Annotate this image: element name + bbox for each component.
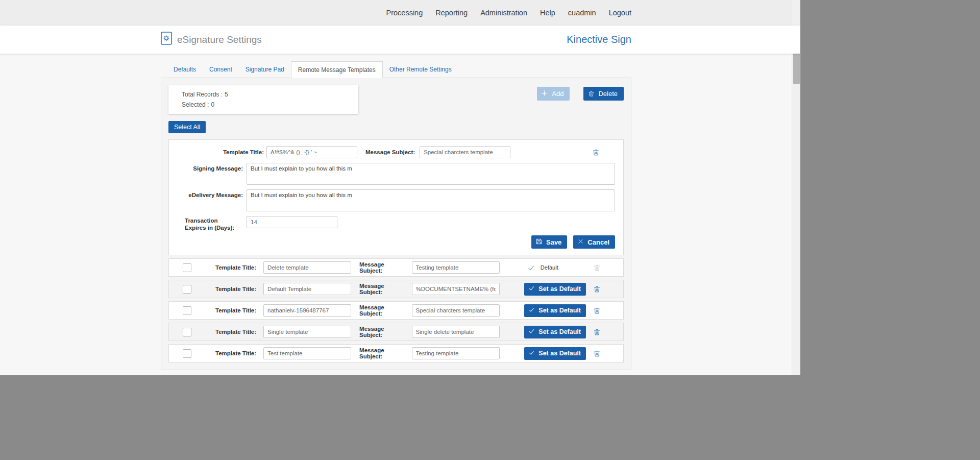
template-title-input[interactable] (266, 146, 357, 158)
row-action-area: Default Set as Default (500, 283, 586, 296)
template-title-label: Template Title: (191, 264, 256, 271)
top-navigation-items: ProcessingReportingAdministrationHelpcua… (161, 0, 631, 26)
row-checkbox[interactable] (183, 285, 191, 294)
brand-name: Kinective Sign (567, 34, 631, 45)
records-summary: Total Records : 5 Selected : 0 (168, 85, 358, 114)
check-icon (528, 328, 535, 336)
nav-item[interactable]: Administration (480, 9, 527, 17)
row-action-area: Default Set as Default (500, 347, 586, 360)
tab[interactable]: Remote Message Templates (291, 61, 383, 78)
delete-row-icon[interactable] (593, 306, 601, 315)
message-subject-input[interactable] (412, 304, 500, 317)
template-title-label: Template Title: (191, 307, 256, 313)
set-as-default-button[interactable]: Set as Default (524, 304, 586, 317)
template-title-input[interactable] (263, 304, 351, 317)
set-as-default-label: Set as Default (538, 285, 581, 293)
template-title-label: Template Title: (191, 329, 256, 335)
top-navigation: ProcessingReportingAdministrationHelpcua… (0, 0, 800, 26)
message-subject-label: Message Subject: (359, 304, 407, 317)
nav-item[interactable]: Help (540, 9, 555, 17)
check-icon (528, 306, 535, 314)
main-content: DefaultsConsentSignature PadRemote Messa… (0, 54, 800, 370)
browser-viewport: ProcessingReportingAdministrationHelpcua… (0, 0, 800, 375)
tab[interactable]: Consent (203, 61, 239, 78)
add-button-label: Add (552, 90, 564, 98)
set-as-default-label: Set as Default (538, 350, 581, 357)
message-subject-label: Message Subject: (359, 347, 407, 359)
row-checkbox[interactable] (183, 306, 191, 315)
page-title: eSignature Settings (177, 34, 262, 45)
message-subject-input[interactable] (412, 261, 500, 274)
cancel-button-label: Cancel (587, 238, 609, 246)
tab[interactable]: Other Remote Settings (383, 61, 458, 78)
default-label: Default (541, 264, 558, 271)
template-title-label: Template Title: (177, 149, 264, 155)
message-subject-label: Message Subject: (359, 261, 407, 274)
save-button[interactable]: Save (531, 235, 567, 249)
nav-item[interactable]: Processing (386, 9, 423, 17)
table-row: Template Title: Message Subject: Default (168, 280, 624, 298)
set-as-default-button[interactable]: Set as Default (524, 326, 586, 338)
trash-icon (588, 90, 595, 98)
delete-template-icon[interactable] (592, 148, 600, 157)
delete-button-label: Delete (598, 90, 618, 98)
delete-button[interactable]: Delete (583, 87, 624, 101)
table-row: Template Title: Message Subject: Default (168, 344, 624, 362)
set-as-default-button[interactable]: Set as Default (524, 283, 586, 296)
signing-message-label: Signing Message: (177, 163, 243, 172)
close-icon (577, 238, 584, 246)
page-title-group: eSignature Settings (161, 32, 262, 47)
select-all-label: Select All (174, 124, 200, 131)
edelivery-message-label: eDelivery Message: (177, 189, 243, 198)
total-records-value: 5 (225, 89, 228, 100)
table-row: Template Title: Message Subject: Default (168, 323, 624, 341)
row-checkbox[interactable] (183, 263, 191, 272)
delete-row-icon[interactable] (593, 263, 601, 272)
template-editor: Template Title: Message Subject: Signing… (168, 139, 624, 255)
vertical-scrollbar[interactable] (792, 0, 800, 375)
nav-item[interactable]: Reporting (435, 9, 468, 17)
message-subject-input[interactable] (412, 283, 500, 295)
select-all-button[interactable]: Select All (168, 121, 206, 133)
page-header: eSignature Settings Kinective Sign (0, 26, 800, 54)
table-row: Template Title: Message Subject: Default (168, 258, 624, 277)
templates-panel: Total Records : 5 Selected : 0 (161, 78, 631, 370)
template-title-input[interactable] (263, 283, 351, 295)
edelivery-message-textarea[interactable]: But I must explain to you how all this m (247, 189, 615, 211)
message-subject-label: Message Subject: (359, 326, 407, 338)
default-indicator: Default (527, 264, 558, 272)
check-icon (528, 285, 535, 293)
delete-row-icon[interactable] (593, 349, 601, 358)
template-title-label: Template Title: (191, 286, 256, 292)
tab[interactable]: Defaults (167, 61, 203, 78)
table-row: Template Title: Message Subject: Default (168, 301, 624, 320)
nav-item[interactable]: Logout (609, 9, 631, 17)
message-subject-label: Message Subject: (365, 149, 415, 155)
message-subject-input[interactable] (412, 347, 500, 359)
template-title-input[interactable] (263, 326, 351, 338)
set-as-default-button[interactable]: Set as Default (524, 347, 586, 360)
expires-input[interactable] (247, 216, 337, 228)
row-action-area: Default Set as Default (500, 264, 586, 272)
add-button[interactable]: Add (537, 87, 570, 101)
set-as-default-label: Set as Default (538, 307, 581, 314)
signing-message-textarea[interactable]: But I must explain to you how all this m (247, 163, 615, 185)
template-title-label: Template Title: (191, 350, 256, 356)
template-title-input[interactable] (263, 261, 351, 274)
nav-item[interactable]: cuadmin (568, 9, 596, 17)
cancel-button[interactable]: Cancel (573, 235, 615, 249)
template-title-input[interactable] (263, 347, 351, 359)
message-subject-input[interactable] (420, 146, 510, 158)
message-subject-label: Message Subject: (359, 283, 407, 295)
delete-row-icon[interactable] (593, 328, 601, 336)
tab-bar: DefaultsConsentSignature PadRemote Messa… (167, 61, 631, 78)
expires-label: Transaction Expires in (Days): (177, 216, 235, 231)
delete-row-icon[interactable] (593, 285, 601, 294)
row-checkbox[interactable] (183, 328, 191, 336)
message-subject-input[interactable] (412, 326, 500, 338)
tab[interactable]: Signature Pad (239, 61, 291, 78)
template-rows: Template Title: Message Subject: Default (168, 258, 624, 362)
save-button-label: Save (546, 238, 561, 246)
row-checkbox[interactable] (183, 349, 191, 358)
row-action-area: Default Set as Default (500, 304, 586, 317)
